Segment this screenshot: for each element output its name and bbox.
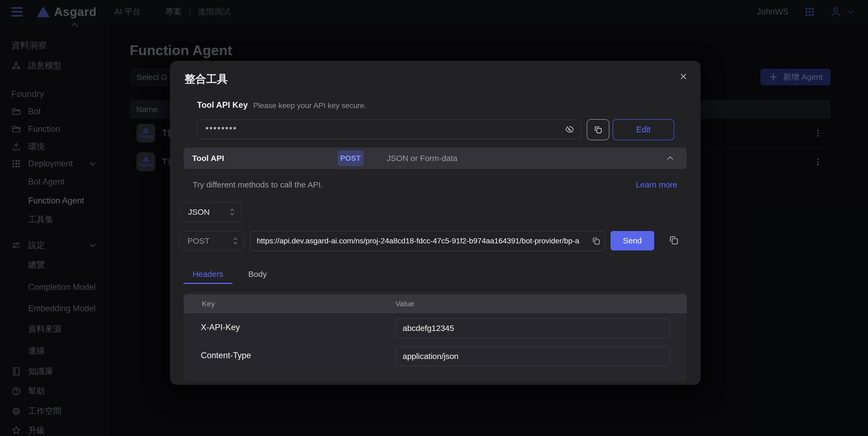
copy-api-key-button[interactable] [587,119,609,140]
chevron-up-icon[interactable] [665,154,675,163]
modal-title: 整合工具 [185,71,228,87]
tab-body[interactable]: Body [240,266,275,283]
value-column-header: Value [395,300,414,308]
headers-table: Key Value X-API-Key Content-Type [184,292,687,381]
api-key-label: Tool API Key [197,100,248,110]
header-value-input[interactable] [396,319,670,338]
learn-more-link[interactable]: Learn more [636,180,677,189]
unfold-chevrons-icon [229,208,235,216]
active-tab-underline [183,283,233,284]
close-icon[interactable] [678,71,689,82]
tool-api-label: Tool API [192,154,224,163]
header-value-field [395,318,670,338]
header-key-label: Content-Type [201,351,251,361]
send-button[interactable]: Send [611,231,654,250]
headers-table-header: Key Value [184,294,687,313]
post-method-badge: POST [338,151,364,166]
tab-headers[interactable]: Headers [183,266,233,283]
copy-request-icon[interactable] [668,235,679,246]
api-key-input[interactable] [197,120,581,139]
copy-url-icon[interactable] [592,237,601,246]
header-value-field [395,347,670,366]
format-select[interactable]: JSON [180,202,241,222]
integration-tool-modal: 整合工具 Tool API Key Please keep your API k… [170,61,701,385]
api-key-field [197,120,581,139]
eye-off-icon[interactable] [565,125,575,134]
header-key-label: X-API-Key [201,322,240,332]
tool-api-collapse-header[interactable]: Tool API POST JSON or Form-data [184,148,687,169]
api-key-hint: Please keep your API key secure. [253,101,367,110]
format-hint: JSON or Form-data [387,154,458,163]
header-value-input[interactable] [396,347,670,366]
app-root: Asgard AI 平台 專案 / 進階測試 JohnWS 資料洞察 [0,0,868,436]
method-select[interactable]: POST [179,231,245,251]
edit-api-key-button[interactable]: Edit [613,119,674,140]
unfold-chevrons-icon [232,237,238,245]
request-url-field [250,231,605,251]
key-column-header: Key [202,300,215,308]
helper-text: Try different methods to call the API. [193,180,323,189]
request-url-input[interactable] [250,231,604,251]
